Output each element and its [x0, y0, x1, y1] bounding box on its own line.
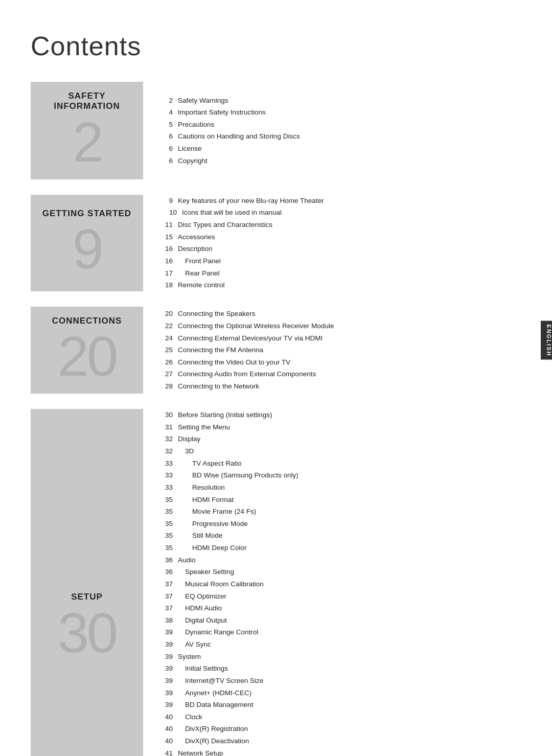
- toc-text: AV Sync: [178, 638, 211, 651]
- toc-num: 40: [158, 735, 173, 747]
- toc-num: 27: [158, 368, 173, 380]
- toc-entry: 2Safety Warnings: [158, 95, 521, 107]
- toc-entry: 39AV Sync: [158, 638, 521, 651]
- toc-entry: 18Remote control: [158, 279, 521, 291]
- toc-num: 11: [158, 219, 173, 231]
- section-right-connections: 20Connecting the Speakers22Connecting th…: [143, 307, 521, 394]
- toc-num: 6: [158, 130, 173, 143]
- toc-text: Remote control: [178, 279, 225, 291]
- toc-num: 39: [158, 626, 173, 638]
- toc-entry: 39Dynamic Range Control: [158, 626, 521, 638]
- toc-num: 37: [158, 602, 173, 614]
- toc-num: 35: [158, 494, 173, 506]
- toc-entry: 31Setting the Menu: [158, 421, 521, 433]
- toc-text: Clock: [178, 711, 202, 723]
- toc-num: 38: [158, 614, 173, 627]
- toc-text: Connecting Audio from External Component…: [178, 368, 316, 380]
- section-left-setup: SETUP30: [31, 409, 143, 756]
- toc-text: Digital Output: [178, 614, 227, 627]
- toc-num: 39: [158, 651, 173, 663]
- section-safety: SAFETY INFORMATION22Safety Warnings4Impo…: [31, 82, 521, 179]
- toc-text: Display: [178, 433, 200, 445]
- toc-num: 39: [158, 638, 173, 651]
- toc-num: 24: [158, 332, 173, 345]
- toc-entry: 20Connecting the Speakers: [158, 308, 521, 320]
- toc-entry: 33TV Aspect Ratio: [158, 457, 521, 470]
- toc-num: 33: [158, 482, 173, 494]
- toc-entry: 35Still Mode: [158, 530, 521, 542]
- toc-text: Front Panel: [178, 255, 221, 267]
- toc-text: Connecting the Speakers: [178, 308, 256, 320]
- toc-text: Cautions on Handling and Storing Discs: [178, 130, 300, 143]
- toc-num: 36: [158, 554, 173, 566]
- toc-num: 26: [158, 356, 173, 369]
- toc-text: License: [178, 143, 202, 155]
- toc-num: 35: [158, 542, 173, 554]
- toc-entry: 35Movie Frame (24 Fs): [158, 506, 521, 518]
- toc-num: 41: [158, 747, 173, 756]
- toc-num: 2: [158, 95, 173, 107]
- toc-text: Before Starting (Initial settings): [178, 409, 272, 421]
- toc-text: HDMI Deep Color: [178, 542, 247, 554]
- toc-text: Connecting to the Network: [178, 380, 259, 393]
- toc-num: 36: [158, 566, 173, 578]
- section-left-connections: CONNECTIONS20: [31, 307, 143, 394]
- toc-text: Network Setup: [178, 747, 223, 756]
- toc-text: Initial Settings: [178, 662, 228, 675]
- toc-entry: 40DivX(R) Deactivation: [158, 735, 521, 747]
- toc-entry: 40Clock: [158, 711, 521, 723]
- toc-num: 6: [158, 143, 173, 155]
- toc-entry: 33BD Wise (Samsung Products only): [158, 469, 521, 482]
- toc-text: Description: [178, 243, 213, 255]
- toc-entry: 41Network Setup: [158, 747, 521, 756]
- toc-entry: 37HDMI Audio: [158, 602, 521, 614]
- toc-num: 18: [158, 279, 173, 291]
- section-right-safety: 2Safety Warnings4Important Safety Instru…: [143, 82, 521, 179]
- toc-entry: 32Display: [158, 433, 521, 445]
- toc-num: 9: [158, 195, 173, 207]
- toc-entry: 39System: [158, 651, 521, 663]
- toc-entry: 16Description: [158, 243, 521, 255]
- toc-entry: 17Rear Panel: [158, 267, 521, 280]
- section-left-getting-started: GETTING STARTED9: [31, 195, 143, 291]
- toc-entry: 36Audio: [158, 554, 521, 566]
- toc-entry: 33Resolution: [158, 482, 521, 494]
- toc-text: Disc Types and Characteristics: [178, 219, 272, 231]
- toc-text: TV Aspect Ratio: [178, 457, 242, 470]
- toc-entry: 36Speaker Setting: [158, 566, 521, 578]
- toc-entry: 40DivX(R) Registration: [158, 723, 521, 735]
- toc-num: 15: [158, 231, 173, 243]
- toc-entry: 10Icons that will be used in manual: [158, 207, 521, 219]
- toc-entry: 38Digital Output: [158, 614, 521, 627]
- toc-entry: 25Connecting the FM Antenna: [158, 344, 521, 356]
- toc-num: 30: [158, 409, 173, 421]
- section-connections: CONNECTIONS2020Connecting the Speakers22…: [31, 307, 521, 394]
- section-right-setup: 30Before Starting (Initial settings)31Se…: [143, 409, 521, 756]
- section-setup: SETUP3030Before Starting (Initial settin…: [31, 409, 521, 756]
- toc-text: 3D: [178, 445, 194, 457]
- toc-entry: 5Precautions: [158, 119, 521, 131]
- toc-text: Accessories: [178, 231, 215, 243]
- toc-entry: 9Key features of your new Blu-ray Home T…: [158, 195, 521, 207]
- toc-num: 37: [158, 578, 173, 590]
- toc-text: Still Mode: [178, 530, 222, 542]
- toc-text: HDMI Format: [178, 494, 234, 506]
- toc-text: Connecting the Video Out to your TV: [178, 356, 290, 369]
- toc-text: Musical Room Calibration: [178, 578, 264, 590]
- toc-num: 39: [158, 675, 173, 687]
- toc-text: Icons that will be used in manual: [182, 207, 282, 219]
- toc-entry: 4Important Safety Instructions: [158, 106, 521, 119]
- toc-text: Precautions: [178, 119, 214, 131]
- toc-text: EQ Optimizer: [178, 590, 226, 603]
- toc-text: Key features of your new Blu-ray Home Th…: [178, 195, 324, 207]
- toc-num: 6: [158, 155, 173, 167]
- toc-entry: 6Copyright: [158, 155, 521, 167]
- toc-text: Internet@TV Screen Size: [178, 675, 263, 687]
- section-number-connections: 20: [58, 328, 116, 384]
- page-title: Contents: [31, 31, 521, 61]
- toc-text: Rear Panel: [178, 267, 220, 280]
- toc-entry: 30Before Starting (Initial settings): [158, 409, 521, 421]
- toc-num: 40: [158, 711, 173, 723]
- section-number-getting-started: 9: [72, 221, 101, 277]
- toc-entry: 6Cautions on Handling and Storing Discs: [158, 130, 521, 143]
